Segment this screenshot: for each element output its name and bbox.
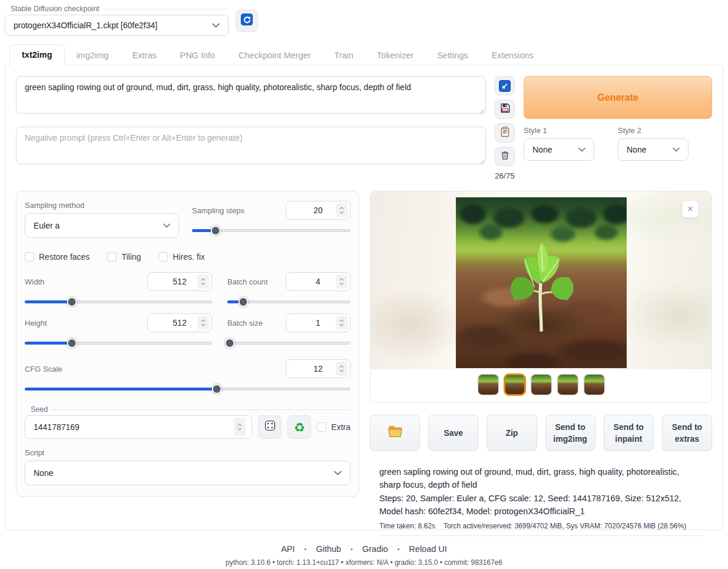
- gallery-thumbnail-5[interactable]: [583, 373, 605, 396]
- batch-count-input[interactable]: 4: [286, 272, 350, 291]
- version-info: python: 3.10.6 • torch: 1.13.1+cu117 • x…: [5, 558, 723, 567]
- extra-seed-checkbox[interactable]: Extra: [317, 422, 350, 432]
- tab-extras[interactable]: Extras: [120, 45, 168, 65]
- cfg-scale-value: 12: [313, 364, 323, 373]
- output-column: × Save Zip Send to img2img Send: [370, 191, 712, 536]
- sampling-steps-slider[interactable]: [192, 224, 350, 236]
- width-slider[interactable]: [25, 296, 212, 307]
- style1-select[interactable]: None: [524, 138, 594, 161]
- stepper-icon[interactable]: [336, 316, 348, 330]
- cfg-scale-slider[interactable]: [25, 383, 350, 395]
- stepper-icon[interactable]: [197, 274, 209, 289]
- send-to-extras-button[interactable]: Send to extras: [662, 415, 712, 451]
- reuse-seed-button[interactable]: ♻: [287, 415, 311, 439]
- cfg-scale-input[interactable]: 12: [286, 359, 350, 378]
- checkbox-icon: [158, 252, 168, 262]
- gallery-thumbnail-3[interactable]: [530, 373, 552, 396]
- stepper-icon[interactable]: [336, 274, 348, 289]
- main-tabbar: txt2img img2img Extras PNG Info Checkpoi…: [5, 44, 723, 65]
- prompt-input[interactable]: green sapling rowing out of ground, mud,…: [16, 76, 486, 114]
- gallery-thumbnail-4[interactable]: [557, 373, 579, 396]
- trash-icon: [499, 150, 511, 163]
- hires-fix-checkbox[interactable]: Hires. fix: [158, 252, 204, 262]
- stepper-icon[interactable]: [336, 203, 348, 217]
- tab-checkpoint-merger[interactable]: Checkpoint Merger: [227, 45, 323, 65]
- sampling-method-value: Euler a: [34, 221, 59, 230]
- batch-count-slider[interactable]: [227, 296, 350, 307]
- refresh-checkpoint-button[interactable]: [236, 9, 258, 32]
- refresh-icon: [240, 13, 253, 28]
- zip-button[interactable]: Zip: [487, 415, 537, 451]
- script-label: Script: [25, 448, 350, 457]
- api-link[interactable]: API: [281, 544, 294, 554]
- checkpoint-select[interactable]: protogenX34OfficialR_1.ckpt [60fe2f34]: [5, 15, 229, 36]
- cfg-scale-label: CFG Scale: [25, 365, 62, 373]
- tab-txt2img[interactable]: txt2img: [9, 44, 65, 65]
- sampling-steps-value: 20: [313, 206, 323, 215]
- gradio-link[interactable]: Gradio: [362, 544, 388, 554]
- divider: [103, 9, 229, 9]
- sampling-method-select[interactable]: Euler a: [25, 213, 179, 238]
- generation-params-text: Steps: 20, Sampler: Euler a, CFG scale: …: [379, 492, 703, 518]
- batch-size-input[interactable]: 1: [286, 313, 350, 332]
- close-gallery-button[interactable]: ×: [682, 201, 699, 217]
- generation-info: green sapling rowing out of ground, mud,…: [370, 464, 712, 536]
- parameters-panel: Sampling method Euler a Sampling steps 2…: [16, 191, 359, 497]
- paste-generation-params-button[interactable]: ↙: [495, 76, 515, 95]
- tiling-checkbox[interactable]: Tiling: [107, 252, 141, 262]
- gallery-thumbnail-1[interactable]: [477, 373, 499, 396]
- style1-label: Style 1: [524, 126, 594, 135]
- open-folder-button[interactable]: [370, 415, 420, 451]
- save-button[interactable]: Save: [428, 415, 478, 451]
- result-gallery: ×: [370, 191, 712, 403]
- style2-select[interactable]: None: [618, 138, 689, 161]
- gallery-thumbnail-2-selected[interactable]: [504, 373, 526, 396]
- batch-count-value: 4: [316, 277, 320, 286]
- apply-style-button[interactable]: [495, 123, 515, 143]
- seed-label: Seed: [31, 405, 48, 413]
- stepper-icon[interactable]: [336, 362, 348, 376]
- height-input[interactable]: 512: [147, 313, 212, 332]
- stepper-icon[interactable]: [234, 418, 246, 436]
- sampling-steps-input[interactable]: 20: [286, 201, 350, 220]
- time-taken-text: Time taken: 8.62s: [379, 522, 435, 530]
- send-to-inpaint-button[interactable]: Send to inpaint: [604, 415, 654, 451]
- tab-tokenizer[interactable]: Tokenizer: [365, 45, 425, 65]
- stepper-icon[interactable]: [197, 316, 209, 330]
- batch-size-value: 1: [316, 318, 320, 327]
- width-input[interactable]: 512: [147, 272, 212, 291]
- reload-ui-link[interactable]: Reload UI: [409, 544, 446, 554]
- generated-image[interactable]: [456, 197, 627, 368]
- style2-label: Style 2: [618, 126, 689, 135]
- output-actions: Save Zip Send to img2img Send to inpaint…: [370, 415, 712, 451]
- tab-settings[interactable]: Settings: [425, 45, 479, 65]
- tab-extensions[interactable]: Extensions: [480, 45, 545, 65]
- tab-png-info[interactable]: PNG Info: [168, 45, 227, 65]
- clear-prompt-button[interactable]: [495, 147, 515, 166]
- batch-size-slider[interactable]: [227, 337, 350, 349]
- restore-faces-checkbox[interactable]: Restore faces: [25, 252, 90, 262]
- txt2img-panel: green sapling rowing out of ground, mud,…: [5, 65, 723, 530]
- tiling-label: Tiling: [121, 252, 141, 262]
- restore-faces-label: Restore faces: [39, 252, 90, 262]
- height-slider[interactable]: [25, 337, 212, 349]
- checkpoint-group: Stable Diffusion checkpoint protogenX34O…: [5, 5, 229, 36]
- generate-button[interactable]: Generate: [524, 76, 712, 119]
- save-style-button[interactable]: [495, 100, 515, 119]
- script-select[interactable]: None: [25, 461, 350, 485]
- github-link[interactable]: Github: [316, 544, 341, 554]
- negative-prompt-input[interactable]: [16, 127, 486, 164]
- checkpoint-label: Stable Diffusion checkpoint: [11, 5, 100, 13]
- footer: API • Github • Gradio • Reload UI python…: [5, 544, 723, 567]
- random-seed-button[interactable]: [258, 415, 282, 439]
- send-to-img2img-button[interactable]: Send to img2img: [545, 415, 595, 451]
- bullet: •: [350, 545, 353, 553]
- tab-img2img[interactable]: img2img: [65, 45, 121, 65]
- tab-train[interactable]: Train: [323, 45, 366, 65]
- style2-value: None: [627, 145, 646, 154]
- seed-input[interactable]: 1441787169: [25, 415, 252, 439]
- chevron-down-icon: [212, 23, 220, 28]
- close-icon: ×: [687, 204, 693, 214]
- style1-value: None: [532, 145, 552, 154]
- chevron-down-icon: [334, 471, 342, 475]
